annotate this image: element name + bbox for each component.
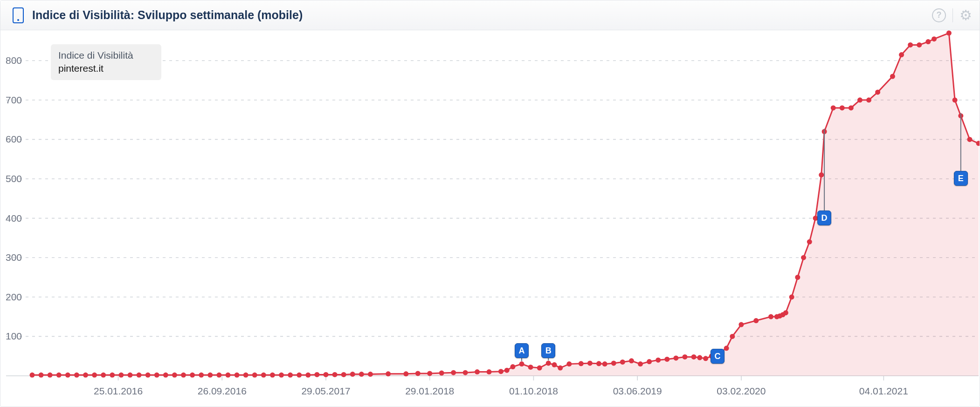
mobile-icon <box>13 7 24 23</box>
svg-point-59 <box>261 373 266 378</box>
svg-point-76 <box>439 371 444 376</box>
svg-point-54 <box>216 373 221 378</box>
svg-point-93 <box>596 361 601 366</box>
svg-text:01.10.2018: 01.10.2018 <box>509 386 558 396</box>
svg-point-95 <box>611 360 616 366</box>
svg-point-120 <box>795 275 800 280</box>
event-flag-label: C <box>715 352 721 361</box>
svg-point-70 <box>359 372 364 377</box>
svg-point-73 <box>403 371 408 376</box>
svg-point-127 <box>840 105 845 110</box>
svg-point-137 <box>932 36 937 41</box>
svg-point-103 <box>683 354 688 360</box>
svg-point-57 <box>243 373 248 378</box>
svg-point-102 <box>673 355 678 360</box>
svg-text:100: 100 <box>6 331 22 341</box>
svg-point-124 <box>819 172 824 177</box>
svg-text:29.05.2017: 29.05.2017 <box>301 386 350 396</box>
chart-svg: 10020030040050060070080025.01.201626.09.… <box>0 30 980 407</box>
svg-point-44 <box>128 373 133 378</box>
svg-point-40 <box>92 373 97 378</box>
svg-point-77 <box>451 370 456 375</box>
svg-point-55 <box>226 373 231 378</box>
svg-point-52 <box>199 373 204 378</box>
svg-point-47 <box>154 373 159 378</box>
header-actions: ? ⚙ <box>932 8 972 22</box>
svg-point-110 <box>724 346 729 351</box>
svg-point-94 <box>602 361 607 366</box>
svg-text:600: 600 <box>6 134 22 144</box>
event-flag-a[interactable]: A <box>515 343 529 358</box>
gear-icon[interactable]: ⚙ <box>959 8 972 22</box>
svg-point-130 <box>866 97 871 102</box>
svg-text:700: 700 <box>6 95 22 105</box>
svg-text:800: 800 <box>6 55 22 66</box>
svg-point-114 <box>768 314 773 319</box>
chart-card: Indice di Visibilità: Sviluppo settimana… <box>0 0 980 407</box>
svg-point-74 <box>415 371 421 376</box>
svg-point-45 <box>137 373 142 378</box>
event-flag-c[interactable]: C <box>711 349 725 364</box>
header-divider <box>952 8 953 22</box>
svg-point-106 <box>703 356 708 361</box>
svg-point-78 <box>463 370 468 375</box>
svg-point-122 <box>807 239 812 244</box>
svg-point-80 <box>487 369 492 374</box>
svg-text:03.02.2020: 03.02.2020 <box>717 386 766 396</box>
svg-point-79 <box>475 369 480 374</box>
svg-point-35 <box>48 373 53 378</box>
event-flag-d[interactable]: D <box>817 210 831 225</box>
svg-point-92 <box>587 360 593 366</box>
svg-point-119 <box>789 294 794 299</box>
svg-text:200: 200 <box>6 292 22 302</box>
svg-point-118 <box>783 310 788 315</box>
svg-point-135 <box>917 42 922 47</box>
svg-point-66 <box>324 372 329 377</box>
svg-point-91 <box>579 361 584 366</box>
svg-point-105 <box>697 355 702 360</box>
svg-point-63 <box>297 373 302 378</box>
svg-point-86 <box>537 366 542 371</box>
chart-legend: Indice di Visibilità pinterest.it <box>51 44 161 80</box>
event-flag-b[interactable]: B <box>541 343 555 358</box>
svg-point-139 <box>952 97 958 102</box>
svg-point-126 <box>831 105 836 110</box>
svg-point-100 <box>656 358 661 363</box>
svg-point-138 <box>946 31 952 36</box>
svg-point-88 <box>552 362 557 367</box>
svg-point-90 <box>566 361 572 366</box>
event-flag-label: A <box>519 346 525 356</box>
svg-point-65 <box>314 372 319 377</box>
svg-point-41 <box>101 373 106 378</box>
svg-point-133 <box>899 52 904 57</box>
svg-point-82 <box>504 368 510 373</box>
svg-point-136 <box>925 39 931 44</box>
svg-point-42 <box>110 373 115 378</box>
svg-point-132 <box>890 74 895 79</box>
svg-point-36 <box>56 373 62 378</box>
svg-point-75 <box>427 371 432 376</box>
svg-point-38 <box>74 373 79 378</box>
event-flag-label: D <box>821 213 828 223</box>
svg-point-46 <box>145 373 151 378</box>
svg-point-61 <box>279 373 284 378</box>
svg-point-85 <box>528 365 533 370</box>
svg-point-84 <box>519 361 525 366</box>
event-flag-label: E <box>958 174 964 183</box>
svg-point-67 <box>332 372 338 377</box>
svg-point-53 <box>207 373 213 378</box>
svg-point-98 <box>638 361 643 366</box>
svg-text:300: 300 <box>6 252 22 263</box>
svg-point-83 <box>510 364 515 369</box>
svg-point-81 <box>498 369 504 374</box>
help-icon[interactable]: ? <box>932 8 946 22</box>
svg-point-64 <box>305 373 311 378</box>
svg-point-34 <box>39 373 44 378</box>
svg-point-111 <box>730 334 735 339</box>
event-flag-e[interactable]: E <box>954 171 968 186</box>
svg-text:29.01.2018: 29.01.2018 <box>405 386 454 396</box>
svg-point-37 <box>65 373 70 378</box>
svg-point-43 <box>118 373 124 378</box>
svg-point-51 <box>190 373 195 378</box>
svg-point-121 <box>801 255 806 260</box>
